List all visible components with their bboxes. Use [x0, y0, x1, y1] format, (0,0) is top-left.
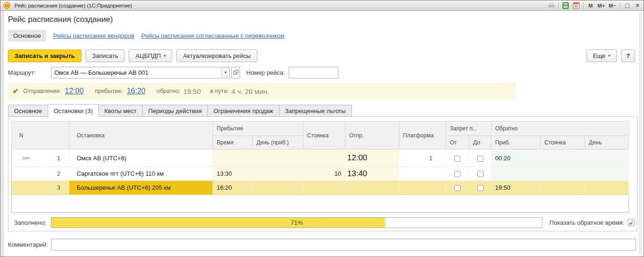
ban-from-checkbox[interactable] — [454, 156, 461, 162]
acbpdp-button[interactable]: АЦБПДП ▾ — [129, 50, 172, 62]
actualize-flights-button[interactable]: Актуализировать рейсы — [176, 50, 257, 62]
tab-sales-restrictions[interactable]: Ограничения продаж — [207, 105, 279, 117]
tab-forbidden-benefits[interactable]: Запрещенные льготы — [279, 105, 352, 117]
return-arrival-cell[interactable]: 19:50 — [491, 181, 541, 195]
arrival-time-link[interactable]: 16:20 — [127, 87, 146, 95]
ban-to-checkbox[interactable] — [477, 156, 483, 162]
window-title: Рейс расписания (создание) (1С:Предприят… — [15, 3, 132, 8]
page-title: Рейс расписания (создание) — [8, 15, 113, 24]
route-input[interactable] — [51, 67, 221, 78]
more-button[interactable]: Еще ▾ — [586, 50, 617, 62]
ban-to-cell — [469, 167, 491, 181]
return-arrival-cell[interactable] — [491, 167, 541, 181]
return-time-value: 19:50 — [183, 87, 201, 95]
departure-label: Отправление: — [23, 88, 61, 94]
arrival-label: прибытие: — [95, 88, 123, 94]
departure-time-cell[interactable]: 13:40 — [345, 167, 399, 181]
col-header-time: Время — [213, 136, 253, 150]
stay-cell[interactable] — [303, 150, 345, 167]
departure-time-link[interactable]: 12:00 — [65, 87, 84, 95]
comment-input[interactable] — [51, 239, 636, 250]
titlebar: 1С Рейс расписания (создание) (1С:Предпр… — [0, 0, 644, 11]
col-header-arrival: Прибытие — [213, 121, 303, 136]
arrival-day-cell[interactable] — [253, 167, 303, 181]
col-header-platform: Платформа — [399, 121, 446, 150]
stay-cell[interactable] — [303, 181, 345, 195]
progress-bar: 71% — [51, 217, 542, 228]
row-number-cell[interactable]: 100+1 — [12, 150, 69, 167]
print-icon[interactable] — [548, 2, 555, 9]
table-row-selected: 3 Большеречье АВ (UTC+6) 205 км 16:20 19… — [12, 181, 629, 195]
departure-time-cell[interactable]: 12:00 — [345, 150, 399, 167]
travel-time-label: в пути: — [210, 88, 228, 94]
route-open-button[interactable] — [231, 67, 240, 79]
save-button[interactable]: Записать — [86, 50, 125, 62]
platform-cell[interactable] — [399, 181, 446, 195]
stay-cell[interactable]: 10 — [303, 167, 345, 181]
return-arrival-cell[interactable]: 00:20 — [491, 150, 541, 167]
scrollbar[interactable] — [639, 13, 643, 255]
col-header-return: Обратно — [491, 121, 629, 136]
tab-stops[interactable]: Остановки (3) — [48, 104, 99, 117]
row-number-cell[interactable]: 2 — [12, 167, 69, 181]
return-day-cell[interactable] — [585, 181, 629, 195]
tab-seat-quotas[interactable]: Квоты мест — [99, 105, 142, 117]
tab-validity-periods[interactable]: Периоды действия — [142, 105, 207, 117]
save-close-button[interactable]: Записать и закрыть — [8, 50, 81, 62]
col-header-stay: Стоянка — [303, 121, 345, 150]
departure-time-cell[interactable] — [345, 181, 399, 195]
memory-plus-button[interactable]: M+ — [598, 2, 605, 9]
maximize-button[interactable]: □ — [624, 2, 630, 9]
col-header-from: От — [446, 136, 469, 150]
platform-cell[interactable] — [399, 167, 446, 181]
arrival-time-cell[interactable]: 16:20 — [213, 181, 253, 195]
ban-from-checkbox[interactable] — [454, 171, 461, 177]
return-stay-cell[interactable] — [541, 150, 585, 167]
flight-number-input[interactable] — [289, 67, 338, 79]
route-label: Маршрут: — [8, 69, 51, 76]
arrival-time-cell[interactable] — [213, 150, 253, 167]
check-icon: ✔ — [629, 220, 633, 227]
breadcrumb-nav: Основное Рейсы расписания вендоров Рейсы… — [8, 29, 285, 42]
nav-main[interactable]: Основное — [8, 30, 46, 42]
ban-to-checkbox[interactable] — [477, 171, 483, 177]
memory-button[interactable]: M — [587, 2, 594, 9]
arrival-time-cell[interactable]: 13:30 — [213, 167, 253, 181]
ban-from-cell — [446, 167, 469, 181]
chevron-down-icon: ▾ — [608, 53, 611, 58]
memory-minus-button[interactable]: M− — [608, 2, 616, 9]
ban-to-cell — [469, 150, 491, 167]
stop-cell[interactable]: Саргатское пгт (UTC+6) 110 км — [69, 167, 213, 181]
arrival-day-cell[interactable] — [253, 150, 303, 167]
return-day-cell[interactable] — [585, 150, 629, 167]
nav-link-vendor-flights[interactable]: Рейсы расписания вендоров — [53, 32, 134, 39]
nav-link-carrier-flights[interactable]: Рейсы расписания согласованные с перевоз… — [141, 32, 285, 39]
route-dropdown-icon[interactable]: ▾ — [221, 67, 229, 78]
stop-cell-focused[interactable]: Большеречье АВ (UTC+6) 205 км — [69, 181, 213, 195]
panel-footer: Заполнено: 71% Показать обратное время: … — [10, 216, 635, 228]
tab-main[interactable]: Основное — [8, 105, 48, 117]
return-stay-cell[interactable] — [541, 181, 585, 195]
table-row: 2 Саргатское пгт (UTC+6) 110 км 13:30 10… — [12, 167, 629, 181]
flight-number-label: Номер рейса: — [246, 69, 285, 76]
col-header-ban: Запрет п... — [446, 121, 491, 136]
help-button[interactable]: ? — [621, 50, 635, 62]
arrival-day-cell[interactable] — [253, 181, 303, 195]
return-stay-cell[interactable] — [541, 167, 585, 181]
row-number-cell[interactable]: 3 — [12, 181, 69, 195]
check-icon: ✔ — [13, 87, 19, 95]
platform-cell[interactable]: 1 — [399, 150, 446, 167]
col-header-return-stay: Стоянка — [541, 136, 585, 150]
app-window: 1С Рейс расписания (создание) (1С:Предпр… — [0, 0, 644, 257]
ban-from-checkbox[interactable] — [454, 185, 461, 191]
comment-label: Комментарий: — [8, 241, 51, 248]
col-header-return-arr: Приб. — [491, 136, 541, 150]
route-row: Маршрут: ▾ Номер рейса: — [8, 66, 338, 79]
calculator-icon[interactable] — [563, 2, 569, 9]
return-day-cell[interactable] — [585, 167, 629, 181]
calendar-icon[interactable]: 31 — [573, 2, 579, 9]
stop-cell[interactable]: Омск АВ (UTC+6) — [69, 150, 213, 167]
close-button[interactable]: × — [634, 2, 641, 9]
show-return-time-checkbox[interactable]: ✔ — [628, 219, 635, 226]
ban-to-checkbox[interactable] — [477, 185, 483, 191]
